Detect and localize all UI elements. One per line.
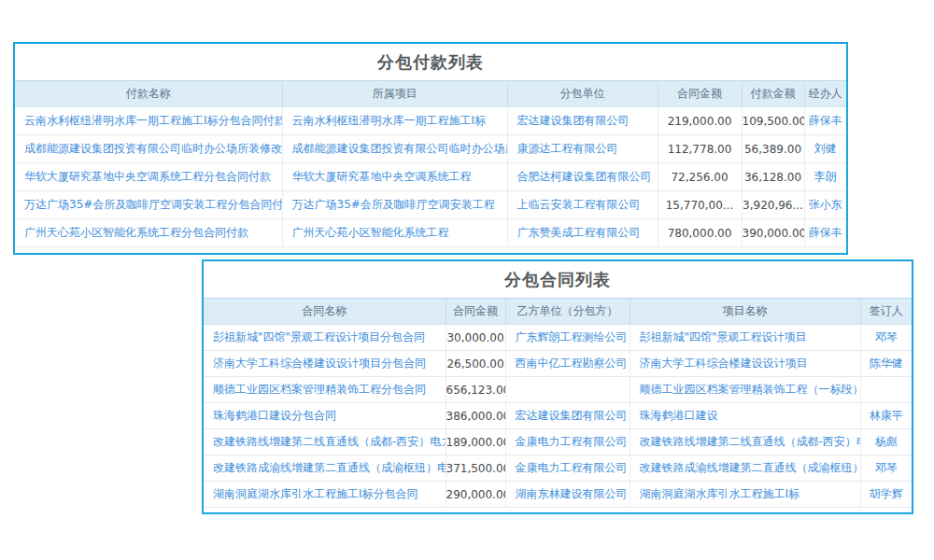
payment-list-table: 付款名称 所属项目 分包单位 合同金额 付款金额 经办人 云南水利枢纽潜明水库一… [15, 80, 846, 247]
contract-name-link[interactable]: 改建铁路成渝线增建第二直通线（成渝枢纽）电力... [204, 455, 446, 482]
handler-link[interactable]: 张小东 [804, 191, 846, 219]
project-link[interactable]: 广州天心苑小区智能化系统工程 [282, 219, 507, 247]
table-row: 湖南洞庭湖水库引水工程施工I标分包合同 290,000.00 湖南东林建设有限公… [204, 482, 912, 508]
subcontract-unit-link[interactable]: 广东赞美成工程有限公司 [507, 219, 658, 247]
contract-amount-cell: 112,778.00 [658, 135, 742, 163]
column-header-contract-amount: 合同金额 [446, 299, 505, 325]
payment-amount-cell: 3,920,96... [742, 191, 804, 219]
project-name-link[interactable]: 湖南洞庭湖水库引水工程施工I标 [630, 482, 860, 508]
contract-amount-cell: 371,500.00 [446, 455, 505, 482]
payment-name-link[interactable]: 万达广场35#会所及咖啡厅空调安装工程分包合同付款 [15, 191, 282, 219]
column-header-signer: 签订人 [860, 299, 912, 325]
subcontract-unit-link[interactable]: 上临云安装工程有限公司 [507, 191, 658, 219]
party-b-link[interactable]: 金康电力工程有限公司 [505, 429, 630, 455]
payment-name-link[interactable]: 云南水利枢纽潜明水库一期工程施工I标分包合同付款 [15, 107, 282, 135]
project-name-link[interactable]: 彭祖新城"四馆"景观工程设计项目 [630, 325, 860, 351]
project-link[interactable]: 云南水利枢纽潜明水库一期工程施工I标 [282, 107, 507, 135]
party-b-link[interactable]: 金康电力工程有限公司 [505, 455, 630, 482]
project-link[interactable]: 成都能源建设集团投资有限公司临时办公场所... [282, 135, 507, 163]
contract-amount-cell: 26,500.00 [446, 351, 505, 377]
column-header-subcontract-unit: 分包单位 [507, 81, 658, 107]
contract-name-link[interactable]: 济南大学工科综合楼建设设计项目分包合同 [204, 351, 446, 377]
payment-list-panel: 分包付款列表 付款名称 所属项目 分包单位 合同金额 付款金额 经办人 云南水利… [13, 42, 848, 255]
table-row: 广州天心苑小区智能化系统工程分包合同付款 广州天心苑小区智能化系统工程 广东赞美… [15, 219, 846, 247]
subcontract-unit-link[interactable]: 康源达工程有限公司 [507, 135, 658, 163]
subcontract-unit-link[interactable]: 宏达建设集团有限公司 [507, 107, 658, 135]
handler-link[interactable]: 刘健 [804, 135, 846, 163]
contract-amount-cell: 290,000.00 [446, 482, 505, 508]
column-header-handler: 经办人 [804, 81, 846, 107]
handler-link[interactable]: 薛保丰 [804, 107, 846, 135]
contract-name-link[interactable]: 顺德工业园区档案管理精装饰工程分包合同 [204, 377, 446, 403]
contract-name-link[interactable]: 湖南洞庭湖水库引水工程施工I标分包合同 [204, 482, 446, 508]
contract-name-link[interactable]: 彭祖新城"四馆"景观工程设计项目分包合同 [204, 325, 446, 351]
signer-link[interactable]: 陈华健 [860, 351, 912, 377]
table-row: 济南大学工科综合楼建设设计项目分包合同 26,500.00 西南中亿工程勘察公司… [204, 351, 912, 377]
column-header-party-b: 乙方单位（分包方） [505, 299, 630, 325]
table-row: 顺德工业园区档案管理精装饰工程分包合同 656,123.00 顺德工业园区档案管… [204, 377, 912, 403]
table-row: 珠海鹤港口建设分包合同 386,000.00 宏达建设集团有限公司 珠海鹤港口建… [204, 403, 912, 429]
project-name-link[interactable]: 济南大学工科综合楼建设设计项目 [630, 351, 860, 377]
table-row: 彭祖新城"四馆"景观工程设计项目分包合同 30,000.00 广东辉朗工程测绘公… [204, 325, 912, 351]
project-name-link[interactable]: 改建铁路线增建第二线直通线（成都-西安）电力线... [630, 429, 860, 455]
contract-amount-cell: 219,000.00 [658, 107, 742, 135]
project-name-link[interactable]: 珠海鹤港口建设 [630, 403, 860, 429]
column-header-payment-amount: 付款金额 [742, 81, 804, 107]
contract-amount-cell: 386,000.00 [446, 403, 505, 429]
project-name-link[interactable]: 顺德工业园区档案管理精装饰工程（一标段） [630, 377, 860, 403]
payment-name-link[interactable]: 广州天心苑小区智能化系统工程分包合同付款 [15, 219, 282, 247]
table-row: 改建铁路线增建第二线直通线（成都-西安）电力线... 189,000.00 金康… [204, 429, 912, 455]
column-header-project: 所属项目 [282, 81, 507, 107]
contract-list-title: 分包合同列表 [204, 261, 912, 298]
contract-name-link[interactable]: 珠海鹤港口建设分包合同 [204, 403, 446, 429]
contract-amount-cell: 780,000.00 [658, 219, 742, 247]
contract-amount-cell: 189,000.00 [446, 429, 505, 455]
contract-amount-cell: 15,770,00... [658, 191, 742, 219]
contract-list-table: 合同名称 合同金额 乙方单位（分包方） 项目名称 签订人 彭祖新城"四馆"景观工… [204, 298, 912, 508]
party-b-link[interactable]: 广东辉朗工程测绘公司 [505, 325, 630, 351]
party-b-link[interactable]: 宏达建设集团有限公司 [505, 403, 630, 429]
project-name-link[interactable]: 改建铁路成渝线增建第二直通线（成渝枢纽）电力... [630, 455, 860, 482]
party-b-link[interactable]: 西南中亿工程勘察公司 [505, 351, 630, 377]
payment-list-title: 分包付款列表 [15, 44, 846, 80]
column-header-project-name: 项目名称 [630, 299, 860, 325]
payment-amount-cell: 56,389.00 [742, 135, 804, 163]
contract-list-panel: 分包合同列表 合同名称 合同金额 乙方单位（分包方） 项目名称 签订人 彭祖新城… [202, 259, 913, 514]
signer-link[interactable]: 胡学辉 [860, 482, 912, 508]
signer-link[interactable]: 林康平 [860, 403, 912, 429]
handler-link[interactable]: 李朗 [804, 163, 846, 191]
column-header-contract-name: 合同名称 [204, 299, 446, 325]
table-row: 成都能源建设集团投资有限公司临时办公场所装修改造... 成都能源建设集团投资有限… [15, 135, 846, 163]
table-row: 华软大厦研究基地中央空调系统工程分包合同付款 华软大厦研究基地中央空调系统工程 … [15, 163, 846, 191]
payment-amount-cell: 109,500.00 [742, 107, 804, 135]
signer-link[interactable]: 杨彪 [860, 429, 912, 455]
payment-name-link[interactable]: 华软大厦研究基地中央空调系统工程分包合同付款 [15, 163, 282, 191]
table-row: 万达广场35#会所及咖啡厅空调安装工程分包合同付款 万达广场35#会所及咖啡厅空… [15, 191, 846, 219]
handler-link[interactable]: 薛保丰 [804, 219, 846, 247]
table-row: 云南水利枢纽潜明水库一期工程施工I标分包合同付款 云南水利枢纽潜明水库一期工程施… [15, 107, 846, 135]
subcontract-unit-link[interactable]: 合肥达柯建设集团有限公司 [507, 163, 658, 191]
contract-amount-cell: 72,256.00 [658, 163, 742, 191]
payment-name-link[interactable]: 成都能源建设集团投资有限公司临时办公场所装修改造... [15, 135, 282, 163]
contract-amount-cell: 30,000.00 [446, 325, 505, 351]
payment-amount-cell: 390,000.00 [742, 219, 804, 247]
party-b-link[interactable] [505, 377, 630, 403]
contract-name-link[interactable]: 改建铁路线增建第二线直通线（成都-西安）电力线... [204, 429, 446, 455]
project-link[interactable]: 华软大厦研究基地中央空调系统工程 [282, 163, 507, 191]
payment-amount-cell: 36,128.00 [742, 163, 804, 191]
table-row: 改建铁路成渝线增建第二直通线（成渝枢纽）电力... 371,500.00 金康电… [204, 455, 912, 482]
column-header-contract-amount: 合同金额 [658, 81, 742, 107]
signer-link[interactable]: 邓琴 [860, 455, 912, 482]
party-b-link[interactable]: 湖南东林建设有限公司 [505, 482, 630, 508]
contract-header-row: 合同名称 合同金额 乙方单位（分包方） 项目名称 签订人 [204, 299, 912, 325]
payment-header-row: 付款名称 所属项目 分包单位 合同金额 付款金额 经办人 [15, 81, 846, 107]
project-link[interactable]: 万达广场35#会所及咖啡厅空调安装工程 [282, 191, 507, 219]
contract-amount-cell: 656,123.00 [446, 377, 505, 403]
column-header-payment-name: 付款名称 [15, 81, 282, 107]
signer-link[interactable] [860, 377, 912, 403]
signer-link[interactable]: 邓琴 [860, 325, 912, 351]
